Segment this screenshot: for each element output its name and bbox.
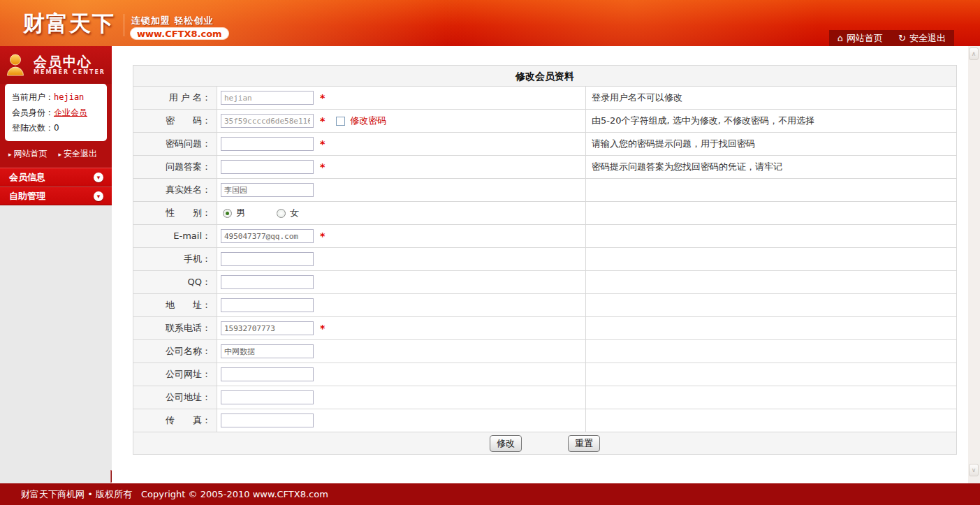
submit-button[interactable]: 修改 [490, 435, 522, 452]
site-url-badge: www.CFTX8.com [130, 27, 229, 40]
password-question-input[interactable] [221, 137, 314, 151]
sidebar-logout-link[interactable]: ▸ 安全退出 [59, 148, 98, 160]
menu-member-info-label: 会员信息 [9, 171, 45, 184]
sidebar-menu-self-service[interactable]: 自助管理 ▾ [0, 186, 112, 205]
header-nav: ⌂ 网站首页 ↻ 安全退出 [829, 30, 954, 46]
member-center-titles: 会员中心 MEMBER CENTER [34, 54, 105, 75]
fax-help-text [586, 409, 956, 432]
member-center-title: 会员中心 [34, 54, 105, 69]
username-input[interactable] [221, 91, 314, 105]
footer: 财富天下商机网 • 版权所有 Copyright © 2005-2010 www… [0, 483, 980, 505]
form-row-company-address: 公司地址： [133, 386, 956, 409]
phone-label: 联系电话： [133, 317, 217, 339]
main-content: 修改会员资料 用 户 名：*登录用户名不可以修改密 码：*修改密码由5-20个字… [112, 46, 980, 483]
current-user-label: 当前用户： [12, 92, 54, 102]
password-question-input-cell: * [217, 133, 586, 155]
gender-radio-label: 男 [236, 207, 245, 219]
question-answer-input-cell: * [217, 156, 586, 178]
sidebar-home-label: 网站首页 [14, 148, 47, 160]
question-answer-input[interactable] [221, 160, 314, 174]
mobile-label: 手机： [133, 248, 217, 270]
sidebar-home-link[interactable]: ▸ 网站首页 [8, 148, 47, 160]
modify-password-checkbox[interactable] [336, 117, 345, 126]
member-profile-form: 修改会员资料 用 户 名：*登录用户名不可以修改密 码：*修改密码由5-20个字… [133, 65, 957, 455]
logout-icon: ↻ [898, 34, 906, 43]
password-label: 密 码： [133, 110, 217, 132]
form-row-mobile: 手机： [133, 248, 956, 271]
form-row-qq: QQ： [133, 271, 956, 294]
email-input[interactable] [221, 229, 314, 243]
scroll-up-button[interactable]: ∧ [969, 47, 979, 60]
phone-input[interactable] [221, 321, 314, 335]
chevron-down-icon[interactable]: ▾ [94, 191, 103, 201]
scroll-down-button[interactable]: ∨ [969, 464, 979, 476]
sidebar-top: 会员中心 MEMBER CENTER 当前用户：hejian 会员身份：企业会员… [0, 46, 112, 168]
scrollbar[interactable]: ∧ ∨ [968, 46, 980, 483]
home-button-label: 网站首页 [847, 32, 883, 45]
company-address-input[interactable] [221, 390, 314, 404]
current-user-value: hejian [54, 92, 84, 102]
password-input[interactable] [221, 114, 314, 128]
company-url-input[interactable] [221, 367, 314, 381]
qq-input[interactable] [221, 275, 314, 289]
home-button[interactable]: ⌂ 网站首页 [838, 32, 883, 45]
form-row-fax: 传 真： [133, 409, 956, 432]
company-name-input[interactable] [221, 344, 314, 358]
gender-label: 性 别： [133, 202, 217, 224]
company-address-label: 公司地址： [133, 386, 217, 409]
form-row-email: E-mail：* [133, 225, 956, 248]
question-answer-help-text: 密码提示问题答案为您找回密码的凭证，请牢记 [586, 156, 956, 178]
gender-option-1[interactable]: 男 [221, 207, 245, 219]
company-url-help-text [586, 363, 956, 386]
username-input-cell: * [217, 87, 586, 109]
form-row-password-question: 密码问题：*请输入您的密码提示问题，用于找回密码 [133, 133, 956, 156]
fax-input[interactable] [221, 413, 314, 427]
question-answer-label: 问题答案： [133, 156, 217, 178]
modify-password-checkbox-label: 修改密码 [350, 115, 386, 127]
sidebar-logout-label: 安全退出 [64, 148, 97, 160]
address-input-cell [217, 294, 586, 316]
gender-option-2[interactable]: 女 [275, 207, 299, 219]
gender-input-cell: 男女 [217, 202, 586, 224]
required-asterisk: * [320, 92, 325, 103]
gender-radio[interactable] [277, 209, 286, 218]
site-slogan: 连锁加盟 轻松创业 [131, 15, 214, 27]
chevron-down-icon[interactable]: ▾ [94, 173, 103, 182]
required-asterisk: * [320, 323, 325, 334]
form-actions: 修改 重置 [133, 432, 956, 454]
address-input[interactable] [221, 298, 314, 312]
form-rows: 用 户 名：*登录用户名不可以修改密 码：*修改密码由5-20个字符组成, 选中… [133, 87, 956, 432]
real-name-help-text [586, 179, 956, 201]
gender-help-text [586, 202, 956, 224]
real-name-label: 真实姓名： [133, 179, 217, 201]
reset-button[interactable]: 重置 [568, 435, 600, 452]
gender-radio[interactable] [223, 209, 232, 218]
member-type-link[interactable]: 企业会员 [54, 108, 87, 117]
mobile-input-cell [217, 248, 586, 270]
mobile-help-text [586, 248, 956, 270]
qq-input-cell [217, 271, 586, 293]
phone-help-text [586, 317, 956, 339]
fax-input-cell [217, 409, 586, 432]
gender-radio-label: 女 [290, 207, 299, 219]
home-icon: ⌂ [838, 34, 843, 43]
mobile-input[interactable] [221, 252, 314, 266]
member-type-label: 会员身份： [12, 108, 54, 117]
member-center-header: 会员中心 MEMBER CENTER [0, 46, 112, 84]
required-asterisk: * [320, 230, 325, 242]
required-asterisk: * [320, 115, 325, 126]
company-name-help-text [586, 340, 956, 363]
email-label: E-mail： [133, 225, 217, 247]
user-info-box: 当前用户：hejian 会员身份：企业会员 登陆次数：0 [5, 84, 107, 141]
sidebar-quick-links: ▸ 网站首页 ▸ 安全退出 [0, 145, 112, 166]
sidebar-menu-member-info[interactable]: 会员信息 ▾ [0, 168, 112, 186]
logout-button[interactable]: ↻ 安全退出 [898, 32, 946, 45]
qq-label: QQ： [133, 271, 217, 293]
qq-help-text [586, 271, 956, 293]
logout-button-label: 安全退出 [909, 32, 946, 45]
password-help-text: 由5-20个字符组成, 选中为修改, 不修改密码，不用选择 [586, 110, 956, 132]
real-name-input[interactable] [221, 183, 314, 197]
address-help-text [586, 294, 956, 316]
form-row-company-name: 公司名称： [133, 340, 956, 363]
bullet-icon: ▸ [8, 151, 12, 158]
